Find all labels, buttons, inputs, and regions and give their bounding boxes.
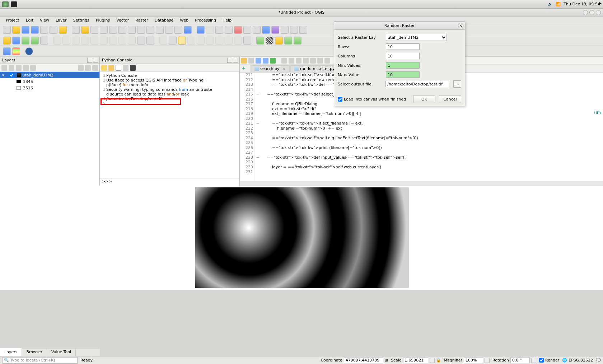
load-canvas-checkbox[interactable] [338,97,342,102]
plugin-icon-2[interactable] [256,37,264,45]
new-shp-icon[interactable] [22,37,29,45]
activities-icon[interactable] [2,1,9,7]
plugin-icon-5[interactable] [284,37,292,45]
text-annotation-icon[interactable] [299,26,307,34]
zoom-next-icon[interactable] [156,26,164,34]
copy-icon[interactable] [289,58,294,64]
raster-layer-select[interactable]: utah_demUTM2 [386,34,447,41]
new-3d-view-icon[interactable] [174,26,182,34]
terminal-icon[interactable] [11,1,17,7]
toolbox-icon[interactable] [262,26,270,34]
deselect-icon[interactable] [234,26,242,34]
zoom-full-icon[interactable] [118,26,126,34]
close-tab-icon[interactable]: × [282,66,286,71]
open-project-icon[interactable] [12,26,20,34]
menu-project[interactable]: Project [3,17,22,23]
raster-colors-icon[interactable] [12,47,20,55]
new-file-icon[interactable] [248,58,254,64]
dialog-titlebar[interactable]: Random Raster × [334,22,465,30]
add-group-icon[interactable] [9,65,14,71]
tab-search-py[interactable]: search.py× [251,65,290,72]
menu-help[interactable]: Help [220,17,234,23]
python-console-output[interactable]: 1Python Console 2Use iface to access QGI… [100,72,239,178]
add-tab-icon[interactable]: ✚ [242,66,245,71]
layer-styling-icon[interactable] [1,65,7,71]
tab-layers[interactable]: Layers [0,348,22,356]
coord-input[interactable] [344,358,383,363]
pan-to-selection-icon[interactable] [81,26,89,34]
magnifier-input[interactable] [464,358,483,363]
field-calc-icon[interactable] [253,26,261,34]
undo-icon[interactable] [137,37,145,45]
plugin-icon-3[interactable] [266,37,274,45]
menu-view[interactable]: View [37,17,52,23]
pan-icon[interactable] [72,26,80,34]
new-project-icon[interactable] [3,26,11,34]
filter-legend-icon[interactable] [23,65,29,71]
style-manager-icon[interactable] [59,26,67,34]
remove-layer-icon[interactable] [78,65,84,71]
rotation-stepper-icon[interactable] [531,358,536,363]
scale-dropdown-icon[interactable] [430,358,435,363]
collapse-all-icon[interactable] [85,65,91,71]
editor-scrollbar[interactable] [240,181,603,186]
network-icon[interactable]: 📶 [556,2,561,6]
minimize-button[interactable] [583,10,588,15]
cut-icon[interactable] [281,58,287,64]
tab-browser[interactable]: Browser [22,349,47,356]
save-as-icon[interactable] [31,26,39,34]
plugin-icon-6[interactable] [294,37,302,45]
undock-console-icon[interactable] [227,58,232,63]
menu-raster[interactable]: Raster [132,17,151,23]
add-raster-icon[interactable] [12,37,20,45]
save-file-icon[interactable] [256,58,261,64]
messages-icon[interactable]: 💬 [596,358,601,363]
undock-icon[interactable] [87,58,92,63]
python-console-icon[interactable] [3,47,11,55]
comment-icon[interactable] [303,58,309,64]
zoom-selection-icon[interactable] [128,26,136,34]
python-console-input[interactable]: >>> [100,178,239,186]
new-map-view-icon[interactable] [165,26,173,34]
statistics-icon[interactable] [271,26,279,34]
add-vector-icon[interactable] [3,37,11,45]
volume-icon[interactable]: 🔉 [548,2,553,6]
magnifier-stepper-icon[interactable] [485,358,490,363]
paste-icon[interactable] [296,58,302,64]
save-as-file-icon[interactable] [263,58,268,64]
columns-input[interactable] [386,53,420,59]
zoom-in-icon[interactable] [90,26,98,34]
menu-database[interactable]: Database [152,17,177,23]
menu-edit[interactable]: Edit [23,17,36,23]
extents-icon[interactable]: ⊞ [385,358,388,363]
min-input[interactable] [386,62,420,69]
tab-random-raster-py[interactable]: random_raster.py [290,65,339,72]
locator-input[interactable]: 🔍 Type to locate (Ctrl+K) [2,357,78,364]
open-file-icon[interactable] [241,58,247,64]
find-icon[interactable] [317,58,323,64]
close-console-icon[interactable] [233,58,238,63]
clock[interactable]: Thu Dec 13, 09:54 [564,2,600,6]
map-canvas[interactable] [0,186,603,290]
zoom-layer-icon[interactable] [137,26,145,34]
snapping-icon[interactable] [169,37,177,45]
plugin-icon-4[interactable] [275,37,283,45]
cancel-button[interactable]: Cancel [439,95,461,103]
manage-visibility-icon[interactable] [16,65,22,71]
close-button[interactable] [596,10,601,15]
close-panel-icon[interactable] [93,58,98,63]
select-icon[interactable] [215,26,223,34]
label-layer-icon[interactable] [178,37,186,45]
render-checkbox[interactable] [539,358,544,363]
crs-label[interactable]: EPSG:32612 [569,358,593,363]
output-file-input[interactable] [385,81,449,87]
help-console-icon[interactable] [130,65,136,71]
show-editor-icon[interactable] [116,65,121,71]
identify-icon[interactable] [197,26,205,34]
layer-tree[interactable]: ▾ utah_demUTM2 1345 3516 [0,72,99,186]
expand-tree-icon[interactable] [92,65,98,71]
menu-settings[interactable]: Settings [70,17,92,23]
zoom-native-icon[interactable] [109,26,117,34]
menu-plugins[interactable]: Plugins [93,17,113,23]
object-inspector-icon[interactable] [324,58,330,64]
